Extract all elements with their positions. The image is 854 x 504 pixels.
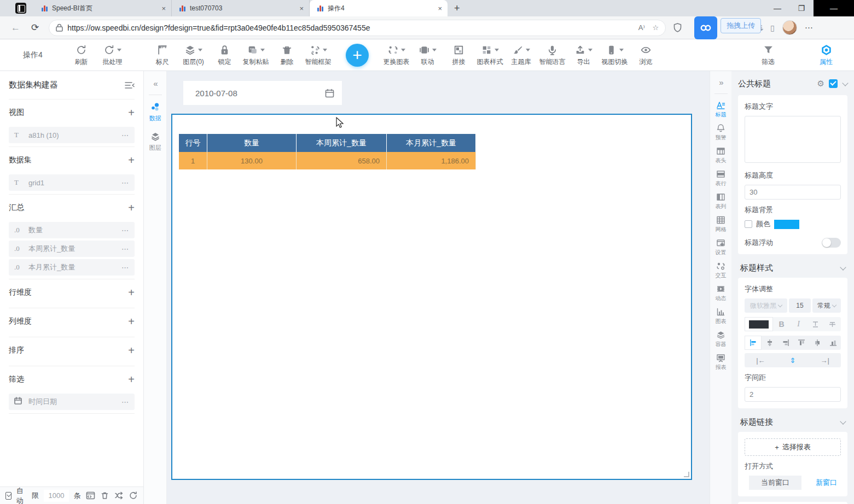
tool-view-switch[interactable]: 视图切换 (599, 43, 630, 67)
minimize-button[interactable]: — (765, 4, 789, 13)
new-tab-button[interactable]: + (454, 3, 460, 14)
calendar-icon[interactable] (325, 89, 334, 98)
netdisk-extension-icon[interactable] (694, 16, 717, 39)
nav-table-row[interactable]: 表行 (716, 169, 727, 187)
italic-button[interactable]: I (790, 317, 807, 331)
strikethrough-button[interactable] (824, 317, 841, 331)
more-icon[interactable]: ⋯ (121, 263, 129, 272)
strip-item-data[interactable]: 数据 (149, 102, 161, 122)
sql-window-icon[interactable] (86, 491, 95, 500)
title-link-section[interactable]: 标题链接 (740, 417, 845, 427)
tool-delete[interactable]: 删除 (271, 43, 303, 67)
column-header[interactable]: 数量 (207, 134, 297, 152)
resize-handle[interactable] (684, 472, 689, 477)
more-icon[interactable]: ⋯ (121, 245, 129, 253)
nav-table-header[interactable]: 表头 (716, 146, 727, 165)
align-right-button[interactable] (777, 336, 793, 350)
collapse-right-icon[interactable]: » (719, 78, 722, 87)
nav-dynamic[interactable]: 动态 (716, 284, 727, 302)
browser-tab-1[interactable]: Speed-BI首页 × (34, 0, 172, 16)
title-height-input[interactable] (745, 185, 841, 200)
more-icon[interactable]: ⋯ (121, 398, 129, 406)
align-top-button[interactable] (793, 336, 809, 350)
tab-close-icon[interactable]: × (299, 4, 304, 13)
tool-smart-voice[interactable]: 智能语言 (537, 43, 568, 67)
more-icon[interactable]: ⋯ (121, 179, 129, 187)
add-filter-button[interactable]: + (128, 373, 135, 386)
nav-table-column[interactable]: 表列 (716, 192, 727, 210)
tool-properties[interactable]: 属性 (808, 43, 844, 67)
table-row[interactable]: 1 130.00 658.00 1,186.00 (179, 152, 476, 169)
url-field[interactable]: https://ow.speedbi.cn/design?fdesign=tru… (49, 20, 666, 36)
tool-theme-library[interactable]: 主题库 (506, 43, 537, 67)
column-header[interactable]: 行号 (179, 134, 207, 152)
tool-smart-frame[interactable]: 智能框架 (303, 43, 334, 67)
browser-tab-3-active[interactable]: 操作4 × (310, 0, 448, 16)
tool-batch[interactable]: 批处理 (97, 43, 128, 67)
center-vertical-button[interactable]: ⇕ (777, 353, 809, 367)
tab-close-icon[interactable]: × (438, 4, 442, 13)
restore-button[interactable]: ❐ (789, 4, 814, 13)
summary-item[interactable]: .0 本月累计_数量 ⋯ (9, 259, 135, 276)
font-color-button[interactable] (745, 317, 773, 331)
summary-item[interactable]: .0 数量 ⋯ (9, 222, 135, 238)
collapse-left-icon[interactable]: « (153, 79, 156, 88)
more-icon[interactable]: ⋯ (121, 226, 129, 235)
shuffle-icon[interactable] (114, 491, 124, 500)
open-current-window-button[interactable]: 当前窗口 (749, 476, 801, 490)
nav-interaction[interactable]: 交互 (716, 261, 727, 279)
nav-title[interactable]: 标题 (716, 101, 727, 119)
auto-checkbox[interactable] (5, 492, 11, 500)
tool-change-chart[interactable]: 更换图表 (381, 43, 412, 67)
design-canvas[interactable]: 2010-07-08 行号 数量 本周累计_数量 本月累计_数量 1 130 (167, 71, 710, 504)
close-button[interactable]: — (814, 0, 854, 16)
date-filter-widget[interactable]: 2010-07-08 (183, 81, 342, 105)
title-enabled-checkbox[interactable] (829, 79, 838, 88)
profile-avatar[interactable] (782, 20, 797, 35)
tool-filter[interactable]: 筛选 (750, 43, 786, 67)
tab-actions-icon[interactable] (15, 3, 26, 14)
bold-button[interactable]: B (773, 317, 790, 331)
tab-close-icon[interactable]: × (161, 4, 166, 13)
add-widget-button[interactable]: + (346, 44, 369, 67)
shield-icon[interactable] (673, 23, 682, 32)
font-weight-select[interactable]: 常规 (812, 298, 841, 313)
favorites-icon[interactable]: ☆ (653, 24, 659, 32)
limit-input[interactable] (44, 490, 69, 502)
tool-ruler[interactable]: 标尺 (147, 43, 178, 67)
font-family-select[interactable]: 微软雅黑 (745, 298, 787, 313)
dataset-item[interactable]: T grid1 ⋯ (9, 174, 135, 191)
nav-alert[interactable]: 预警 (716, 124, 727, 142)
title-float-toggle[interactable] (822, 238, 841, 248)
title-style-section[interactable]: 标题样式 (740, 263, 845, 273)
align-left-button[interactable] (745, 336, 762, 350)
tool-export[interactable]: 导出 (568, 43, 599, 67)
nav-container[interactable]: 容器 (716, 330, 727, 348)
add-row-dimension-button[interactable]: + (128, 286, 135, 299)
browser-tab-2[interactable]: test070703 × (172, 0, 310, 16)
tool-linkage[interactable]: 联动 (412, 43, 443, 67)
letter-spacing-input[interactable] (745, 387, 841, 402)
column-header[interactable]: 本周累计_数量 (297, 134, 387, 152)
selected-grid-widget[interactable]: 行号 数量 本周累计_数量 本月累计_数量 1 130.00 658.00 1,… (171, 114, 692, 480)
move-left-edge-button[interactable]: |← (745, 353, 777, 367)
add-view-button[interactable]: + (128, 107, 135, 119)
tool-browse[interactable]: 浏览 (630, 43, 661, 67)
nav-chart[interactable]: 图表 (716, 307, 727, 325)
add-col-dimension-button[interactable]: + (128, 315, 135, 328)
nav-settings[interactable]: 设置 (716, 238, 727, 256)
nav-report[interactable]: 报表 (716, 353, 727, 371)
tool-lock[interactable]: 锁定 (209, 43, 240, 67)
select-report-button[interactable]: + 选择报表 (745, 438, 841, 456)
summary-item[interactable]: .0 本周累计_数量 ⋯ (9, 241, 135, 257)
view-item[interactable]: T a81h (10) ⋯ (9, 127, 135, 143)
align-middle-button[interactable] (809, 336, 825, 350)
trash-icon[interactable] (100, 491, 109, 500)
device-icon[interactable]: ▯ (770, 24, 775, 32)
refresh-icon[interactable] (129, 491, 138, 500)
align-bottom-button[interactable] (825, 336, 841, 350)
browser-menu-icon[interactable]: ⋯ (805, 23, 814, 33)
nav-grid[interactable]: 网格 (716, 215, 727, 233)
tool-layers[interactable]: 图层(0) (178, 43, 209, 67)
tool-refresh[interactable]: 刷新 (66, 43, 97, 67)
